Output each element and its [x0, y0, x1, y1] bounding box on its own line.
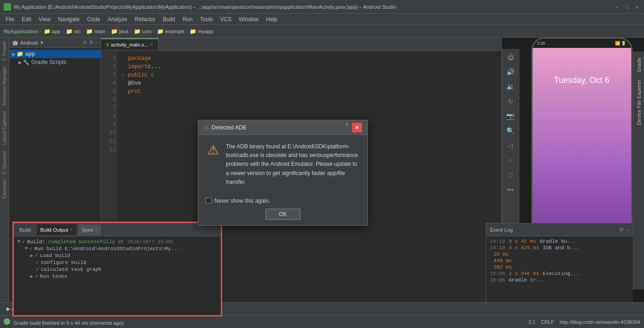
never-show-checkbox[interactable]	[206, 198, 212, 204]
rotate-icon[interactable]: ↻	[504, 95, 517, 108]
build-main-line: ▼ ✓ Build: completed successfully at 202…	[17, 238, 217, 245]
dropdown-arrow[interactable]: ▼	[40, 40, 44, 45]
menu-run[interactable]: Run	[179, 15, 196, 23]
android-icon: 🤖	[12, 40, 18, 46]
menu-analyze[interactable]: Analyze	[104, 15, 131, 23]
tree-item-gradle-scripts[interactable]: ▶ 🔧 Gradle Scripts	[9, 58, 101, 66]
menu-navigate[interactable]: Navigate	[54, 15, 83, 23]
build-output-panel: Build: Build Output × Sync × ▼ ✓ Build: …	[14, 223, 221, 315]
configure-build-line: ✓ Configure build	[17, 259, 217, 266]
phone-status-bar: 2:26 📶 🔋	[533, 39, 631, 48]
adb-dialog: ⚠ Detected ADB ? × ⚠ The ADB binary foun…	[198, 120, 368, 226]
tab-close-icon[interactable]: ×	[150, 42, 153, 47]
structure-tab[interactable]: 2: Structure	[1, 148, 8, 177]
settings-icon[interactable]: ⚙	[89, 40, 93, 46]
build-output-tab[interactable]: Build Output ×	[37, 224, 76, 235]
menu-tools[interactable]: Tools	[196, 15, 217, 23]
gradle-sidebar-tab[interactable]: Gradle	[635, 53, 643, 76]
menu-bar: File Edit View Navigate Code Analyze Ref…	[0, 14, 644, 25]
build-output-label: Build Output	[40, 227, 69, 233]
back-icon[interactable]: ◁	[504, 139, 517, 152]
maximize-button[interactable]: □	[624, 4, 630, 10]
load-build-line: ▶ ✓ Load build	[17, 252, 217, 259]
screenshot-icon[interactable]: 📷	[504, 110, 517, 123]
menu-file[interactable]: File	[2, 15, 18, 23]
left-panel-tabs: 1: Project Resource Manager Layout Captu…	[0, 38, 9, 302]
bc-myapplication: MyApplication	[4, 29, 38, 34]
menu-help[interactable]: Help	[262, 15, 281, 23]
power-icon[interactable]: ⏻	[504, 51, 517, 64]
favorites-tab[interactable]: Favorites	[1, 177, 8, 201]
menu-vcs[interactable]: VCS	[217, 15, 236, 23]
sync-tab[interactable]: Sync ×	[78, 224, 101, 235]
never-show-row: Never show this again.	[206, 198, 360, 204]
title-bar: My Application [E:\Android\AndroidStudio…	[0, 0, 644, 14]
build-label: Build:	[17, 226, 35, 234]
status-url: http://blog.csdn.net/weixiln-4338394	[559, 319, 640, 325]
adb-dialog-message: The ADB binary found at E:\Android\SDK\p…	[226, 142, 360, 187]
log-entry-5: 592 ms	[490, 264, 629, 270]
adb-dialog-footer: Never show this again. OK	[198, 194, 368, 225]
event-log-header: Event Log ⚙ –	[486, 223, 633, 236]
editor-tab-activity[interactable]: X activity_main.x... ×	[101, 38, 158, 50]
resource-manager-tab[interactable]: Resource Manager	[1, 64, 8, 108]
never-show-label: Never show this again.	[214, 198, 270, 204]
build-content: ▼ ✓ Build: completed successfully at 202…	[14, 236, 221, 315]
close-button[interactable]: ×	[634, 4, 640, 10]
adb-dialog-title-text: Detected ADB	[212, 124, 246, 131]
menu-window[interactable]: Window	[235, 15, 262, 23]
project-header: 🤖 Android ▼ ⟳ ⚙ –	[9, 38, 101, 48]
tree-item-app[interactable]: ▶ 📁 app	[9, 50, 101, 58]
editor-tabs: X activity_main.x... ×	[101, 38, 501, 51]
phone-time: 2:26	[537, 41, 546, 46]
layout-captures-tab[interactable]: Layout Captures	[1, 108, 8, 147]
window-title: My Application [E:\Android\AndroidStudio…	[14, 4, 614, 10]
minimize-button[interactable]: −	[614, 4, 620, 10]
log-settings-icon[interactable]: ⚙	[619, 227, 624, 233]
sync-icon[interactable]: ⟳	[83, 40, 87, 46]
menu-view[interactable]: View	[35, 15, 54, 23]
phone-date: Tuesday, Oct 6	[554, 76, 609, 85]
sync-close[interactable]: ×	[95, 227, 98, 232]
adb-dialog-body: ⚠ The ADB binary found at E:\Android\SDK…	[198, 135, 368, 194]
dialog-close-button[interactable]: ×	[352, 123, 362, 133]
menu-build[interactable]: Build	[159, 15, 179, 23]
build-output-close[interactable]: ×	[70, 227, 73, 232]
device-file-explorer-tab[interactable]: Device File Explorer	[635, 76, 643, 129]
app-icon	[4, 3, 11, 11]
zoom-in-icon[interactable]: 🔍	[504, 124, 517, 137]
run-tasks-line: ▶ ✓ Run tasks	[17, 273, 217, 280]
build-check-icon: ✓	[22, 239, 25, 245]
menu-refactor[interactable]: Refactor	[131, 15, 159, 23]
log-entry-7: 15:05 Gradle tr...	[490, 277, 629, 283]
xml-icon: X	[106, 42, 109, 47]
log-entry-4: 448 ms	[490, 258, 629, 264]
gradle-status: Gradle build finished in 9 s 44 ms (mome…	[4, 318, 124, 326]
log-entry-6: 15:05 2 s 846 ms Executing...	[490, 270, 629, 277]
collapse-icon[interactable]: –	[95, 40, 98, 46]
menu-code[interactable]: Code	[83, 15, 104, 23]
warning-triangle-icon: ⚠	[206, 142, 220, 157]
overview-icon[interactable]: □	[504, 169, 517, 182]
run-icon: ▶	[6, 306, 10, 312]
ok-button[interactable]: OK	[265, 209, 300, 220]
project-tab[interactable]: 1: Project	[1, 39, 8, 64]
adb-dialog-title: ⚠ Detected ADB ? ×	[198, 120, 368, 135]
line-ending: CRLF	[541, 319, 554, 325]
cursor-position: 2:1	[528, 319, 535, 325]
window-controls: − □ ×	[614, 4, 640, 10]
gradle-icon: 🔧	[23, 59, 29, 65]
log-entry-3: 20 ms	[490, 251, 629, 258]
volume-up-icon[interactable]: 🔊	[504, 65, 517, 78]
status-bar: Gradle build finished in 9 s 44 ms (mome…	[0, 315, 644, 328]
dialog-question-icon[interactable]: ?	[345, 123, 348, 133]
volume-down-icon[interactable]: 🔉	[504, 80, 517, 93]
event-log-panel: Event Log ⚙ – 14:19 9 s 42 ms Gradle bu.…	[486, 223, 633, 315]
build-panel-tabs: Build: Build Output × Sync ×	[14, 223, 221, 236]
log-close-icon[interactable]: –	[627, 227, 629, 233]
phone-icons: 📶 🔋	[615, 41, 627, 46]
more-icon[interactable]: •••	[504, 183, 517, 196]
home-icon[interactable]: ○	[504, 154, 517, 167]
menu-edit[interactable]: Edit	[18, 15, 35, 23]
calculate-task-line: ✓ Calculate task graph	[17, 266, 217, 273]
